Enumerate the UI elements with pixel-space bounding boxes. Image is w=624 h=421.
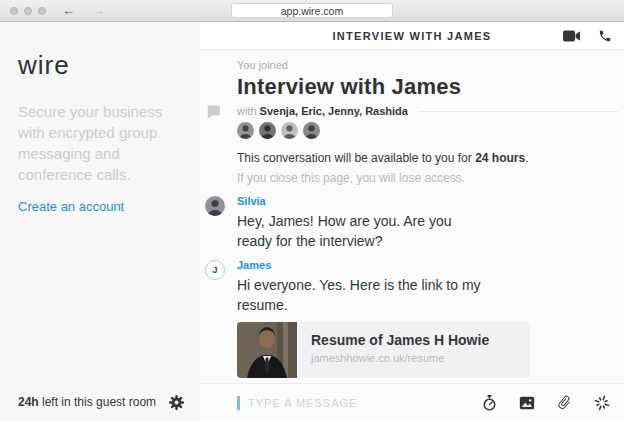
availability-notice-period: .	[525, 151, 528, 165]
text-caret	[237, 396, 240, 410]
sidebar: wire Secure your business with encrypted…	[0, 22, 200, 421]
create-account-link[interactable]: Create an account	[18, 199, 124, 214]
participant-avatar-jenny[interactable]	[281, 122, 298, 139]
lose-access-notice: If you close this page, you will lose ac…	[237, 171, 624, 185]
conversation-pane: INTERVIEW WITH JAMES You joined	[200, 22, 624, 421]
message-list: You joined Interview with James with Sve…	[200, 50, 624, 383]
availability-notice-text: This conversation will be available to y…	[237, 151, 475, 165]
message-text: Hey, James! How are you. Are you ready f…	[237, 211, 489, 251]
countdown-text: left in this guest room	[39, 395, 156, 409]
participants-row: with Svenja, Eric, Jenny, Rashida	[237, 105, 624, 117]
sender-name[interactable]: Silvia	[237, 195, 624, 207]
link-preview-url: jameshhowie.co.uk/resume	[311, 352, 489, 364]
link-preview-card[interactable]: Resume of James H Howie jameshhowie.co.u…	[237, 322, 530, 378]
back-icon[interactable]: ←	[62, 4, 75, 17]
sender-name[interactable]: James	[237, 259, 624, 271]
window-zoom-button[interactable]	[38, 7, 46, 15]
conversation-header: INTERVIEW WITH JAMES	[200, 22, 624, 50]
paperclip-icon[interactable]	[557, 395, 572, 410]
window-close-button[interactable]	[10, 7, 18, 15]
wire-app: wire Secure your business with encrypted…	[0, 22, 624, 421]
wire-logo: wire	[18, 50, 182, 81]
audio-call-icon[interactable]	[598, 29, 612, 43]
silvia-avatar[interactable]	[205, 196, 225, 216]
message-silvia: Silvia Hey, James! How are you. Are you …	[237, 195, 624, 251]
conversation-name: Interview with James	[237, 74, 624, 100]
countdown-hours: 24h	[18, 395, 39, 409]
composer-actions	[482, 395, 610, 411]
browser-nav: ← →	[62, 4, 105, 17]
video-call-icon[interactable]	[563, 30, 581, 42]
link-preview-thumbnail	[237, 322, 297, 378]
window-controls	[10, 7, 46, 15]
forward-icon: →	[92, 4, 105, 17]
availability-notice: This conversation will be available to y…	[237, 151, 624, 165]
guest-room-countdown: 24h left in this guest room	[18, 395, 156, 409]
settings-gear-icon[interactable]	[169, 395, 184, 410]
window-minimize-button[interactable]	[24, 7, 32, 15]
conversation-intro: You joined Interview with James with Sve…	[237, 59, 624, 185]
link-preview-title: Resume of James H Howie	[311, 332, 489, 348]
sidebar-tagline: Secure your business with encrypted grou…	[18, 101, 180, 185]
participant-names[interactable]: Svenja, Eric, Jenny, Rashida	[260, 105, 408, 117]
participant-avatar-eric[interactable]	[259, 122, 276, 139]
participant-avatar-rashida[interactable]	[303, 122, 320, 139]
timer-icon[interactable]	[482, 395, 497, 411]
james-avatar[interactable]: J	[205, 260, 225, 280]
ping-icon[interactable]	[594, 395, 610, 411]
availability-notice-duration: 24 hours	[475, 151, 525, 165]
message-james: J James Hi everyone. Yes. Here is the li…	[237, 259, 624, 315]
call-actions	[563, 22, 612, 49]
address-bar[interactable]: app.wire.com	[231, 3, 393, 18]
link-preview-body: Resume of James H Howie jameshhowie.co.u…	[297, 322, 489, 378]
with-label: with	[237, 105, 257, 117]
image-icon[interactable]	[519, 396, 535, 410]
conversation-title: INTERVIEW WITH JAMES	[332, 30, 491, 42]
participant-avatar-svenja[interactable]	[237, 122, 254, 139]
browser-chrome: ← → app.wire.com	[0, 0, 624, 22]
message-input[interactable]	[248, 397, 472, 409]
chat-bubble-icon	[206, 105, 220, 121]
message-composer	[200, 383, 624, 421]
message-text: Hi everyone. Yes. Here is the link to my…	[237, 275, 489, 315]
divider-line	[418, 111, 618, 112]
sidebar-footer: 24h left in this guest room	[0, 383, 200, 421]
joined-status: You joined	[237, 59, 624, 71]
participant-avatars	[237, 122, 624, 139]
